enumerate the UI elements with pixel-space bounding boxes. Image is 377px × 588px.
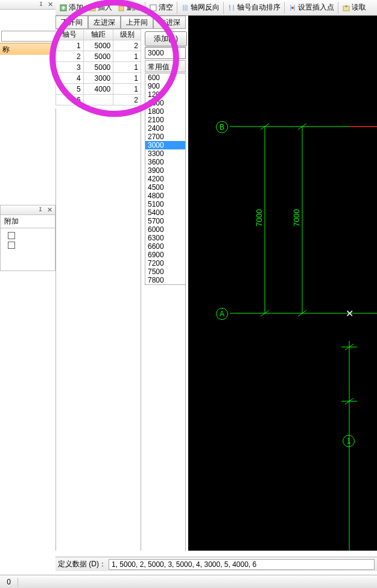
- value-list-item[interactable]: 5100: [145, 200, 185, 208]
- value-list-item[interactable]: 7500: [145, 267, 185, 276]
- add-value-button[interactable]: 添加(A): [145, 31, 187, 46]
- toolbar-grid-reverse[interactable]: 轴网反向: [179, 1, 222, 14]
- table-row[interactable]: 540001: [56, 84, 141, 95]
- value-list-item[interactable]: 6300: [145, 234, 185, 242]
- svg-rect-5: [150, 5, 156, 11]
- dimension-text: 7000: [292, 209, 301, 227]
- value-list-item[interactable]: 3000: [145, 141, 185, 149]
- toolbar-insert[interactable]: 插入: [86, 1, 115, 14]
- value-list-item[interactable]: 1500: [145, 99, 185, 107]
- value-list-item[interactable]: 4800: [145, 192, 185, 200]
- value-list-item[interactable]: 5400: [145, 208, 185, 217]
- svg-rect-4: [119, 6, 124, 11]
- main-toolbar: 添加 插入 删除 清空 轴网反向 1 轴号自动排序 设置插入点 读取: [55, 0, 377, 16]
- pin-icon[interactable]: [38, 0, 44, 10]
- cad-viewport[interactable]: 7000 7000 B A 1 ✕: [188, 16, 377, 551]
- table-header-level[interactable]: 级别: [113, 30, 141, 40]
- status-zero: 0: [0, 578, 18, 586]
- value-list-item[interactable]: 2100: [145, 116, 185, 124]
- dimension-text: 7000: [255, 209, 264, 227]
- common-values-label: 常用值(mm): [145, 60, 186, 72]
- toolbar-read[interactable]: 读取: [340, 1, 369, 14]
- value-list-item[interactable]: 2400: [145, 124, 185, 133]
- table-row[interactable]: 150002: [56, 40, 141, 51]
- toolbar-delete[interactable]: 删除: [115, 1, 144, 14]
- toolbar-insert-label: 插入: [98, 2, 112, 13]
- toolbar-auto-sort-label: 轴号自动排序: [237, 2, 280, 13]
- toolbar-read-label: 读取: [352, 2, 366, 13]
- axis-marker-1: 1: [343, 435, 355, 447]
- toolbar-set-insert-point-label: 设置插入点: [298, 2, 334, 13]
- svg-rect-3: [89, 7, 95, 11]
- value-list-item[interactable]: 6900: [145, 251, 185, 259]
- table-header-num[interactable]: 轴号: [56, 30, 84, 40]
- common-values-list[interactable]: 6009001200150018002100240027003000330036…: [145, 73, 186, 285]
- name-column-header: 称: [0, 43, 55, 55]
- value-list-item[interactable]: 1200: [145, 90, 185, 99]
- value-list-item[interactable]: 600: [145, 74, 185, 82]
- value-list-item[interactable]: 3900: [145, 166, 185, 175]
- tab-lower-span[interactable]: 下开间: [55, 16, 88, 29]
- value-list-item[interactable]: 4500: [145, 183, 185, 192]
- value-list-item[interactable]: 4200: [145, 175, 185, 183]
- table-row[interactable]: 62: [56, 95, 141, 105]
- value-list-item[interactable]: 6600: [145, 242, 185, 251]
- intersection-marker: ✕: [346, 308, 353, 319]
- toolbar-grid-reverse-label: 轴网反向: [191, 2, 220, 13]
- close-icon[interactable]: ✕: [48, 1, 53, 8]
- tab-upper-span[interactable]: 上开间: [121, 16, 153, 29]
- toolbar-clear[interactable]: 清空: [147, 1, 176, 14]
- table-header-dist[interactable]: 轴距: [83, 30, 113, 40]
- axis-marker-a: A: [216, 308, 228, 320]
- close-icon[interactable]: ✕: [47, 206, 52, 214]
- value-list-item[interactable]: 7800: [145, 276, 185, 284]
- axis-table[interactable]: 轴号 轴距 级别 1500022500013500014300015400016…: [55, 29, 141, 105]
- value-list-item[interactable]: 1800: [145, 107, 185, 116]
- toolbar-delete-label: 删除: [127, 2, 141, 13]
- table-row[interactable]: 250001: [56, 51, 141, 62]
- axis-marker-b: B: [216, 121, 228, 133]
- value-list-item[interactable]: 5700: [145, 217, 185, 225]
- pin-icon[interactable]: [37, 205, 43, 216]
- toolbar-clear-label: 清空: [159, 2, 173, 13]
- definition-label: 定义数据 (D)：: [58, 559, 106, 569]
- value-list-item[interactable]: 900: [145, 82, 185, 90]
- toolbar-add[interactable]: 添加: [57, 1, 86, 14]
- toolbar-add-label: 添加: [69, 2, 83, 13]
- toolbar-auto-sort[interactable]: 1 轴号自动排序: [225, 1, 283, 14]
- tab-left-depth[interactable]: 左进深: [88, 16, 121, 29]
- tab-right-depth[interactable]: 右进深: [153, 16, 186, 29]
- attach-checkbox[interactable]: [8, 232, 15, 239]
- status-bar: 0: [0, 575, 377, 588]
- axis-distance-input[interactable]: [145, 47, 186, 59]
- attach-checkbox[interactable]: [8, 242, 15, 249]
- toolbar-set-insert-point[interactable]: 设置插入点: [286, 1, 337, 14]
- attach-header: 附加: [1, 215, 55, 228]
- value-list-item[interactable]: 6000: [145, 225, 185, 234]
- svg-point-7: [291, 7, 294, 9]
- table-row[interactable]: 350001: [56, 62, 141, 73]
- table-row[interactable]: 430001: [56, 73, 141, 84]
- definition-input[interactable]: [109, 559, 375, 570]
- svg-text:1: 1: [229, 4, 230, 8]
- value-list-item[interactable]: 7200: [145, 259, 185, 267]
- value-list-item[interactable]: 3600: [145, 158, 185, 166]
- value-list-item[interactable]: 2700: [145, 133, 185, 141]
- value-list-item[interactable]: 3300: [145, 149, 185, 158]
